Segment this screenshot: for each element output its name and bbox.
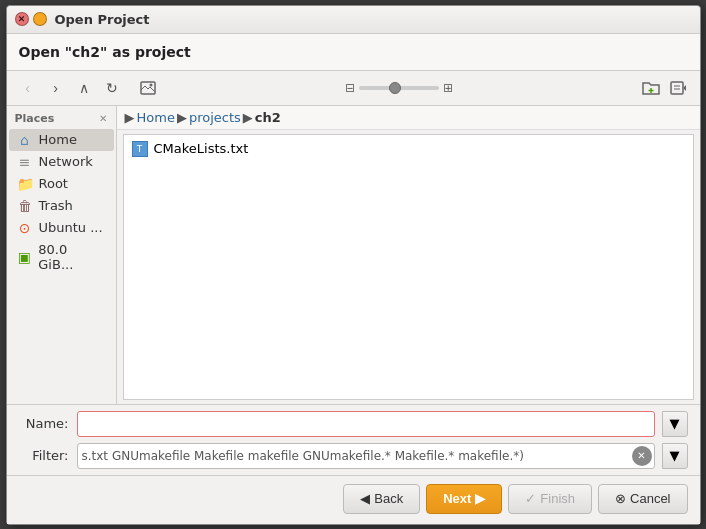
sidebar: Places ✕ ⌂ Home ≡ Network 📁 Root 🗑 Trash…	[7, 106, 117, 404]
back-label: Back	[374, 491, 403, 506]
next-button[interactable]: Next ▶	[426, 484, 502, 514]
filter-label: Filter:	[19, 448, 69, 463]
cancel-icon: ⊗	[615, 491, 626, 506]
back-icon: ◀	[360, 491, 370, 506]
filter-row: Filter: s.txt GNUmakefile Makefile makef…	[19, 443, 688, 469]
disk-icon: ▣	[17, 249, 33, 265]
breadcrumb-sep-1: ▶	[177, 110, 187, 125]
options-button[interactable]	[666, 75, 692, 101]
breadcrumb: ▶ Home ▶ projects ▶ ch2	[117, 106, 700, 130]
sidebar-item-network-label: Network	[39, 154, 93, 169]
close-button[interactable]: ✕	[15, 12, 29, 26]
filter-clear-button[interactable]: ✕	[632, 446, 652, 466]
breadcrumb-sep-2: ▶	[243, 110, 253, 125]
sidebar-item-disk-label: 80.0 GiB...	[38, 242, 105, 272]
image-preview-button[interactable]	[135, 75, 161, 101]
zoom-in-icon: ⊞	[443, 81, 453, 95]
file-area: ▶ Home ▶ projects ▶ ch2 T CMakeLists.txt	[117, 106, 700, 404]
ubuntu-icon: ⊙	[17, 220, 33, 236]
sidebar-item-disk[interactable]: ▣ 80.0 GiB...	[9, 239, 114, 275]
cancel-label: Cancel	[630, 491, 670, 506]
file-list[interactable]: T CMakeLists.txt	[123, 134, 694, 400]
next-label: Next	[443, 491, 471, 506]
up-toolbar-button[interactable]: ∧	[71, 75, 97, 101]
finish-icon: ✓	[525, 491, 536, 506]
reload-toolbar-button[interactable]: ↻	[99, 75, 125, 101]
titlebar: ✕ Open Project	[7, 6, 700, 34]
sidebar-item-ubuntu-label: Ubuntu ...	[39, 220, 103, 235]
new-folder-button[interactable]	[638, 75, 664, 101]
zoom-control: ⊟ ⊞	[345, 81, 453, 95]
subtitle-text: Open "ch2" as project	[19, 44, 191, 60]
breadcrumb-current: ch2	[255, 110, 281, 125]
sidebar-item-ubuntu[interactable]: ⊙ Ubuntu ...	[9, 217, 114, 239]
file-icon: T	[132, 141, 148, 157]
network-icon: ≡	[17, 154, 33, 170]
zoom-slider[interactable]	[359, 86, 439, 90]
breadcrumb-triangle: ▶	[125, 110, 135, 125]
name-input[interactable]	[77, 411, 655, 437]
name-dropdown-button[interactable]: ▼	[662, 411, 688, 437]
sidebar-item-trash-label: Trash	[39, 198, 73, 213]
places-header: Places ✕	[7, 110, 116, 129]
back-toolbar-button[interactable]: ‹	[15, 75, 41, 101]
places-close-icon[interactable]: ✕	[99, 113, 107, 124]
filter-text: s.txt GNUmakefile Makefile makefile GNUm…	[78, 447, 630, 465]
sidebar-item-root-label: Root	[39, 176, 68, 191]
sidebar-item-trash[interactable]: 🗑 Trash	[9, 195, 114, 217]
sidebar-item-home[interactable]: ⌂ Home	[9, 129, 114, 151]
filter-dropdown-button[interactable]: ▼	[662, 443, 688, 469]
filter-input-wrap: s.txt GNUmakefile Makefile makefile GNUm…	[77, 443, 655, 469]
zoom-out-icon: ⊟	[345, 81, 355, 95]
svg-rect-4	[671, 82, 683, 94]
name-label: Name:	[19, 416, 69, 431]
finish-button[interactable]: ✓ Finish	[508, 484, 592, 514]
window-controls: ✕	[15, 12, 47, 26]
breadcrumb-projects[interactable]: projects	[189, 110, 241, 125]
dialog: ✕ Open Project Open "ch2" as project ‹ ›…	[6, 5, 701, 525]
window-title: Open Project	[55, 12, 150, 27]
file-name: CMakeLists.txt	[154, 141, 249, 156]
bottom-section: Name: ▼ Filter: s.txt GNUmakefile Makefi…	[7, 404, 700, 475]
forward-toolbar-button[interactable]: ›	[43, 75, 69, 101]
sidebar-item-home-label: Home	[39, 132, 77, 147]
main-content: Places ✕ ⌂ Home ≡ Network 📁 Root 🗑 Trash…	[7, 106, 700, 404]
cancel-button[interactable]: ⊗ Cancel	[598, 484, 687, 514]
button-row: ◀ Back Next ▶ ✓ Finish ⊗ Cancel	[7, 475, 700, 524]
svg-point-1	[149, 83, 152, 86]
minimize-button[interactable]	[33, 12, 47, 26]
finish-label: Finish	[540, 491, 575, 506]
root-icon: 📁	[17, 176, 33, 192]
sidebar-item-root[interactable]: 📁 Root	[9, 173, 114, 195]
name-row: Name: ▼	[19, 411, 688, 437]
home-icon: ⌂	[17, 132, 33, 148]
breadcrumb-home[interactable]: Home	[137, 110, 175, 125]
trash-icon: 🗑	[17, 198, 33, 214]
list-item[interactable]: T CMakeLists.txt	[128, 139, 689, 159]
toolbar: ‹ › ∧ ↻ ⊟ ⊞	[7, 71, 700, 106]
back-button[interactable]: ◀ Back	[343, 484, 420, 514]
places-label: Places	[15, 112, 55, 125]
next-icon: ▶	[475, 491, 485, 506]
subtitle-bar: Open "ch2" as project	[7, 34, 700, 71]
sidebar-item-network[interactable]: ≡ Network	[9, 151, 114, 173]
